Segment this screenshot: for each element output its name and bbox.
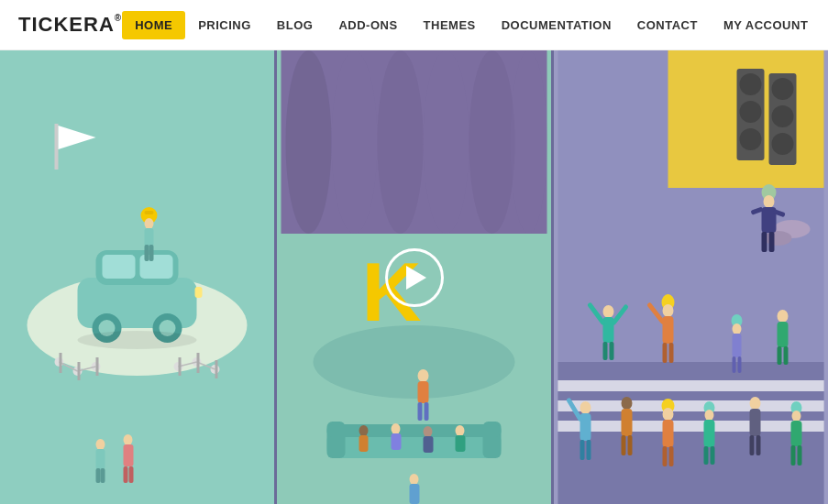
svg-rect-21 bbox=[195, 287, 203, 298]
svg-rect-117 bbox=[778, 346, 782, 365]
svg-rect-81 bbox=[772, 133, 794, 155]
svg-point-46 bbox=[378, 50, 424, 234]
logo-trademark: ® bbox=[115, 13, 122, 23]
svg-point-48 bbox=[469, 50, 515, 234]
svg-rect-62 bbox=[359, 435, 369, 452]
svg-rect-145 bbox=[791, 445, 796, 466]
left-scene-illustration bbox=[0, 50, 274, 504]
svg-rect-141 bbox=[756, 435, 761, 455]
svg-rect-125 bbox=[622, 409, 633, 436]
hero-section: K bbox=[0, 50, 828, 504]
svg-point-25 bbox=[145, 218, 154, 229]
nav-contact[interactable]: CONTACT bbox=[624, 11, 711, 39]
svg-rect-90 bbox=[769, 232, 775, 252]
svg-point-33 bbox=[124, 434, 133, 445]
hero-panel-left bbox=[0, 50, 274, 504]
nav-addons[interactable]: ADD-ONS bbox=[326, 11, 410, 39]
svg-rect-112 bbox=[733, 334, 742, 357]
svg-point-85 bbox=[764, 195, 775, 208]
nav-pricing[interactable]: PRICING bbox=[185, 11, 264, 39]
svg-rect-39 bbox=[96, 357, 99, 376]
svg-rect-54 bbox=[418, 381, 429, 403]
svg-rect-26 bbox=[145, 228, 154, 247]
svg-rect-79 bbox=[772, 78, 794, 100]
nav-themes[interactable]: THEMES bbox=[411, 11, 489, 39]
svg-rect-32 bbox=[101, 468, 105, 483]
nav-home[interactable]: HOME bbox=[122, 11, 185, 39]
svg-rect-70 bbox=[410, 484, 420, 504]
svg-marker-2 bbox=[59, 126, 96, 149]
svg-rect-55 bbox=[418, 402, 423, 421]
svg-point-61 bbox=[359, 425, 369, 436]
svg-point-143 bbox=[792, 411, 801, 422]
svg-rect-64 bbox=[392, 433, 402, 450]
svg-rect-95 bbox=[558, 380, 824, 391]
svg-rect-109 bbox=[669, 343, 674, 363]
nav-blog[interactable]: BLOG bbox=[264, 11, 326, 39]
svg-rect-139 bbox=[750, 409, 761, 436]
svg-rect-38 bbox=[78, 362, 81, 380]
svg-rect-89 bbox=[762, 232, 767, 252]
nav-myaccount[interactable]: MY ACCOUNT bbox=[711, 11, 821, 39]
main-nav: HOME PRICING BLOG ADD-ONS THEMES DOCUMEN… bbox=[122, 11, 821, 39]
site-logo[interactable]: TICKERA® bbox=[18, 13, 122, 37]
svg-point-67 bbox=[456, 425, 465, 436]
svg-point-138 bbox=[750, 397, 761, 410]
svg-rect-96 bbox=[558, 400, 824, 411]
svg-rect-40 bbox=[179, 357, 182, 376]
svg-rect-137 bbox=[711, 446, 715, 465]
right-scene-illustration bbox=[554, 50, 828, 504]
svg-rect-1 bbox=[55, 124, 59, 170]
hero-panel-center: K bbox=[274, 50, 554, 504]
svg-rect-80 bbox=[772, 105, 794, 127]
svg-rect-99 bbox=[603, 317, 614, 343]
svg-rect-42 bbox=[215, 360, 218, 378]
svg-rect-135 bbox=[704, 420, 715, 447]
svg-rect-146 bbox=[798, 445, 802, 466]
svg-point-129 bbox=[663, 408, 674, 421]
svg-rect-131 bbox=[663, 446, 668, 466]
svg-rect-30 bbox=[96, 449, 105, 469]
svg-rect-126 bbox=[622, 435, 626, 455]
svg-rect-68 bbox=[456, 435, 466, 452]
svg-point-98 bbox=[603, 305, 614, 318]
svg-point-65 bbox=[424, 426, 433, 437]
svg-rect-28 bbox=[149, 245, 154, 261]
svg-rect-37 bbox=[60, 353, 62, 373]
svg-rect-77 bbox=[740, 128, 762, 150]
site-header: TICKERA® HOME PRICING BLOG ADD-ONS THEME… bbox=[0, 0, 828, 50]
svg-point-63 bbox=[392, 423, 401, 434]
svg-point-45 bbox=[332, 50, 378, 234]
svg-rect-76 bbox=[740, 101, 762, 123]
svg-rect-114 bbox=[738, 356, 742, 373]
svg-rect-34 bbox=[124, 444, 134, 466]
svg-rect-132 bbox=[669, 446, 674, 466]
svg-rect-36 bbox=[129, 466, 134, 483]
svg-point-29 bbox=[96, 439, 105, 450]
svg-rect-113 bbox=[733, 356, 736, 373]
svg-rect-108 bbox=[663, 343, 668, 363]
svg-point-44 bbox=[286, 50, 332, 234]
svg-point-119 bbox=[580, 401, 591, 414]
svg-point-105 bbox=[663, 304, 674, 317]
svg-rect-60 bbox=[327, 424, 502, 437]
svg-point-47 bbox=[424, 50, 469, 234]
svg-rect-127 bbox=[628, 435, 633, 455]
svg-rect-66 bbox=[424, 436, 434, 453]
svg-rect-27 bbox=[145, 245, 149, 261]
play-button[interactable] bbox=[385, 248, 444, 307]
svg-point-22 bbox=[78, 331, 197, 349]
svg-rect-144 bbox=[791, 421, 802, 446]
svg-point-111 bbox=[733, 323, 742, 334]
svg-rect-15 bbox=[103, 255, 136, 279]
svg-point-69 bbox=[410, 474, 419, 485]
nav-documentation[interactable]: DOCUMENTATION bbox=[489, 11, 624, 39]
svg-rect-116 bbox=[778, 322, 789, 347]
svg-rect-140 bbox=[750, 435, 755, 455]
svg-point-49 bbox=[511, 50, 547, 234]
svg-rect-35 bbox=[124, 466, 128, 483]
svg-rect-102 bbox=[603, 342, 608, 360]
svg-rect-75 bbox=[740, 73, 762, 95]
svg-rect-130 bbox=[663, 420, 674, 447]
svg-rect-31 bbox=[96, 468, 101, 483]
